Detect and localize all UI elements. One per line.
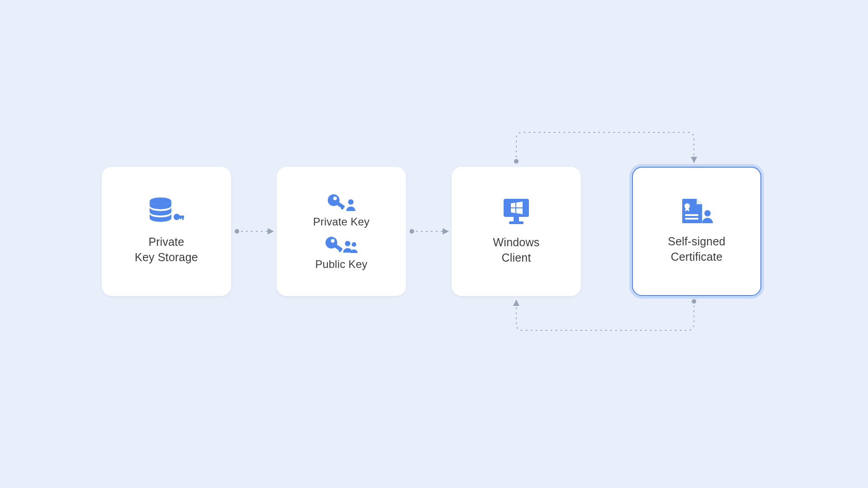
svg-marker-19 [511,203,515,208]
svg-rect-26 [685,218,698,220]
diagram-canvas: Private Key Storage Private Key [0,0,868,488]
svg-marker-21 [511,208,515,213]
svg-marker-33 [443,228,449,235]
svg-point-0 [150,197,171,205]
svg-marker-37 [513,300,519,306]
svg-point-36 [692,299,696,304]
svg-marker-20 [516,202,523,207]
private-key-label: Private Key [313,216,370,228]
svg-point-14 [345,241,350,246]
public-key-label: Public Key [315,258,367,271]
node-self-signed-certificate: Self-signed Certificate [632,167,761,296]
key-person-icon [326,192,356,213]
svg-rect-4 [180,216,181,219]
svg-point-28 [235,229,239,234]
node-label: Windows Client [493,235,540,266]
svg-marker-30 [268,228,274,235]
svg-rect-17 [514,217,519,221]
svg-point-11 [331,239,335,243]
windows-monitor-icon [502,197,531,227]
svg-point-6 [333,197,337,200]
svg-rect-3 [182,216,184,220]
svg-marker-23 [697,199,702,204]
svg-marker-22 [516,208,523,214]
certificate-person-icon [679,198,714,226]
database-key-icon [149,197,184,226]
svg-point-34 [514,159,519,164]
svg-point-31 [410,229,414,234]
svg-rect-25 [685,214,698,216]
svg-rect-16 [504,199,529,217]
svg-rect-18 [509,221,524,224]
node-private-key-storage: Private Key Storage [102,167,231,296]
key-people-icon [324,235,359,255]
public-key-block: Public Key [315,235,367,271]
node-label: Private Key Storage [135,235,198,265]
node-windows-client: Windows Client [452,167,581,296]
node-label: Self-signed Certificate [668,234,725,265]
svg-point-27 [704,210,711,216]
svg-marker-35 [691,157,697,163]
svg-point-15 [352,242,356,247]
svg-point-9 [348,199,354,205]
private-key-block: Private Key [313,192,370,228]
node-key-pair: Private Key Public Key [277,167,406,296]
